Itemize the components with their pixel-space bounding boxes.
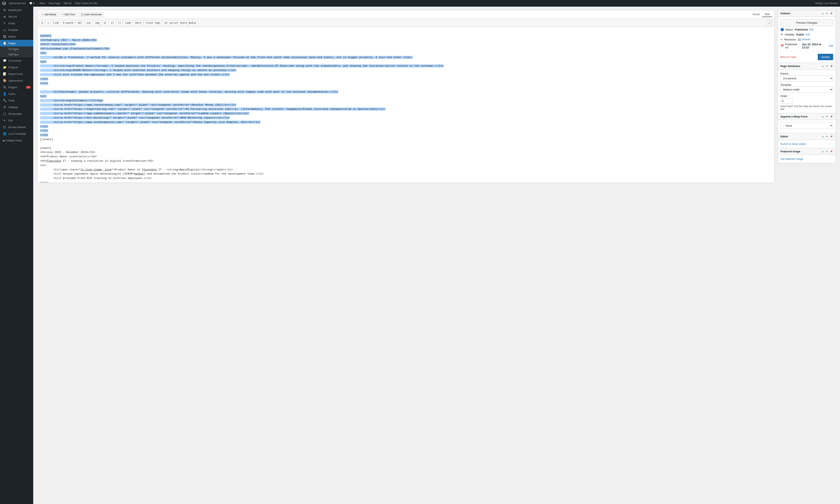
order-input[interactable] [781,98,793,104]
visibility-edit-link[interactable]: Edit [806,33,810,36]
ninja-form-toggle-up[interactable]: ▲ [821,115,824,118]
status-edit-link[interactable]: Edit [809,28,813,31]
add-media-icon: + [42,13,43,16]
sidebar-item-users[interactable]: 👤 Users [0,90,33,97]
preview-changes-button[interactable]: Preview Changes [781,19,833,26]
featured-image-toggle-down[interactable]: ▼ [825,150,828,153]
revisions-browse-link[interactable]: Browse [802,38,810,41]
sidebar-subitem-all-pages[interactable]: All Pages [0,47,33,52]
editor-toggle-down[interactable]: ▼ [825,135,828,138]
featured-image-toggle-up[interactable]: ▲ [821,150,824,153]
sidebar-item-comments[interactable]: 💬 Comments [0,57,33,64]
sidebar-item-pages[interactable]: 📋 Pages [0,40,33,47]
format-ol[interactable]: ol [109,21,116,25]
format-close-tags[interactable]: close tags [143,21,162,25]
admin-sidebar: ⊞ Dashboard ◈ Site Kit ✎ Posts 🗂 [0,7,33,504]
page-attr-toggle-down[interactable]: ▼ [825,65,828,68]
sidebar-item-portfolio[interactable]: 🗂 Portfolio [0,26,33,33]
format-li[interactable]: li [116,21,123,25]
sidebar-item-divi[interactable]: ✦ Divi [0,117,33,124]
sidebar-item-loco-translate[interactable]: 🌐 Loco Translate [0,130,33,137]
ninja-form-select[interactable]: -- None [781,123,833,129]
editor-pin[interactable]: 📌 [829,135,833,138]
sidebar-item-shortcodes[interactable]: { } Shortcodes [0,110,33,117]
plugins-icon: 🔌 [2,86,7,89]
adminbar-new[interactable]: + New [38,2,45,5]
featured-image-pin[interactable]: 📌 [829,150,833,153]
published-label: Published on: [785,43,801,49]
sidebar-menu: ⊞ Dashboard ◈ Site Kit ✎ Posts 🗂 [0,7,33,137]
page-attr-pin[interactable]: 📌 [829,65,833,68]
update-button[interactable]: Update [818,54,833,60]
set-featured-image-link[interactable]: Set featured image [781,157,803,160]
format-b[interactable]: b [40,21,45,25]
sidebar-item-posts[interactable]: ✎ Posts [0,20,33,26]
tab-visual[interactable]: Visual [750,12,762,17]
sidebar-label-shortcodes: Shortcodes [8,112,22,115]
sidebar-item-envato[interactable]: 🛒 Envato Market [0,124,33,130]
page-attributes-header[interactable]: Page Attributes ▲ ▼ 📌 [778,63,836,70]
template-select[interactable]: Medium width [781,86,833,93]
parent-label: Parent [781,72,788,75]
sidebar-subitem-add-new[interactable]: Add New [0,52,33,57]
tab-text[interactable]: Text [762,12,772,17]
publish-panel-pin[interactable]: 📌 [829,12,833,15]
fullscreen-button[interactable]: ⤢ [767,20,772,25]
sidebar-item-tools[interactable]: 🔧 Tools [0,97,33,104]
insert-shortcode-button[interactable]: [ ] Insert shortcode [79,12,104,17]
format-link[interactable]: link [51,21,60,25]
format-et-social[interactable]: et_social_share_media [163,21,198,25]
collapse-menu-button[interactable]: ◀ Collapse menu [0,137,33,144]
sidebar-item-plugins[interactable]: 🔌 Plugins 11 [0,84,33,90]
sidebar-label-site-kit: Site Kit [8,15,17,18]
status-row: 🔵 Status: Published Edit [781,28,833,31]
site-name[interactable]: luisnomad.com [9,2,26,5]
editor-panel: Editor ▲ ▼ 📌 Switch to block editor [778,133,836,148]
sidebar-item-dashboard[interactable]: ⊞ Dashboard [0,7,33,13]
sidebar-label-portfolio: Portfolio [8,29,18,32]
page-attr-toggle-up[interactable]: ▲ [821,65,824,68]
add-form-button[interactable]: + Add Form [59,12,77,17]
format-ins[interactable]: ins [85,21,93,25]
published-edit-link[interactable]: Edit [829,44,833,47]
format-i[interactable]: i [45,21,51,25]
adminbar-view-page[interactable]: View Page [48,2,60,5]
sidebar-item-media[interactable]: 🖼 Media [0,33,33,40]
move-to-trash-link[interactable]: Move to Trash [781,56,796,58]
sidebar-item-projects[interactable]: 📁 Projects [0,64,33,71]
format-del[interactable]: del [76,21,84,25]
editor-toggle-up[interactable]: ▲ [821,135,824,138]
adminbar-comments[interactable]: 💬 0 [29,2,35,5]
sidebar-label-users: Users [8,92,15,95]
format-img[interactable]: img [93,21,101,25]
parent-select[interactable]: (no parent) [781,75,833,82]
format-bquote[interactable]: b-quote [61,21,75,25]
sidebar-label-ninja-forms: Ninja Forms [8,72,23,75]
format-ul[interactable]: ul [102,21,108,25]
sidebar-item-ninja-forms[interactable]: 📝 Ninja Forms [0,71,33,77]
adminbar-clear-cache[interactable]: Clear Cache For Me [75,2,97,5]
sidebar-item-settings[interactable]: ⚙ Settings [0,104,33,110]
ninja-form-toggle-down[interactable]: ▼ [825,115,828,118]
featured-image-header[interactable]: Featured image ▲ ▼ 📌 [778,148,836,155]
format-code[interactable]: code [123,21,133,25]
publish-panel-header[interactable]: Publish ▲ ▼ 📌 [778,10,836,17]
publish-panel-toggle-up[interactable]: ▲ [821,12,824,15]
format-more[interactable]: more [133,21,143,25]
visibility-icon: 👁 [781,33,783,36]
editor-panel-body: Switch to block editor [778,140,836,148]
ninja-form-pin[interactable]: 📌 [829,115,833,118]
ninja-form-title: Append a Ninja Form [781,115,821,118]
editor-panel-header[interactable]: Editor ▲ ▼ 📌 [778,133,836,140]
sidebar-item-site-kit[interactable]: ◈ Site Kit [0,13,33,20]
editor-text-area[interactable]: [event] <h3>February 2017 - March 2020</… [38,27,774,183]
add-media-button[interactable]: + Add Media [40,12,58,17]
ninja-form-header[interactable]: Append a Ninja Form ▲ ▼ 📌 [778,113,836,120]
switch-to-block-editor-link[interactable]: Switch to block editor [781,142,806,145]
sidebar-label-comments: Comments [8,59,21,62]
wp-logo[interactable] [2,1,6,5]
sidebar-item-appearance[interactable]: 🎨 Appearance [0,77,33,84]
appearance-icon: 🎨 [2,79,7,82]
publish-panel-toggle-down[interactable]: ▼ [825,12,828,15]
adminbar-site-kit[interactable]: Site Kit [64,2,71,5]
